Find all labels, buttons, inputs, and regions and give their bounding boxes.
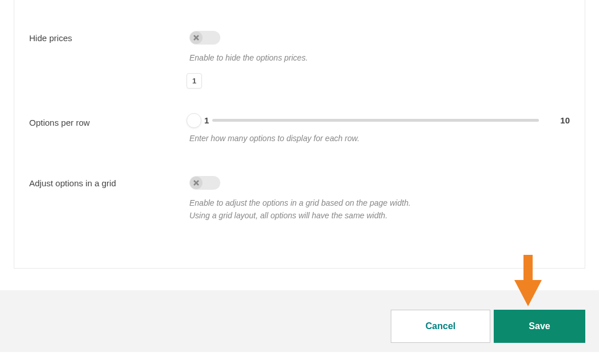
field-adjust-grid: Adjust options in a grid Enable to adjus… (29, 145, 570, 222)
toggle-thumb (190, 177, 203, 189)
adjust-grid-help-line2: Using a grid layout, all options will ha… (189, 211, 387, 220)
adjust-grid-help-line1: Enable to adjust the options in a grid b… (189, 198, 411, 207)
options-per-row-label: Options per row (29, 91, 189, 127)
adjust-grid-help: Enable to adjust the options in a grid b… (189, 197, 570, 222)
hide-prices-help: Enable to hide the options prices. (189, 51, 570, 64)
slider-handle[interactable] (187, 113, 201, 128)
hide-prices-toggle[interactable] (189, 31, 220, 45)
settings-panel: Hide prices Enable to hide the options p… (14, 0, 585, 269)
slider-track (212, 119, 539, 122)
options-per-row-help: Enter how many options to display for ea… (189, 132, 570, 145)
field-hide-prices: Hide prices Enable to hide the options p… (29, 0, 570, 64)
close-icon (193, 33, 199, 42)
slider-max: 10 (555, 115, 570, 125)
cancel-button[interactable]: Cancel (391, 310, 490, 343)
adjust-grid-toggle[interactable] (189, 176, 220, 190)
adjust-grid-label: Adjust options in a grid (29, 176, 189, 188)
close-icon (193, 178, 199, 187)
hide-prices-label: Hide prices (29, 31, 189, 43)
field-options-per-row: Options per row 1 1 10 Enter how many op… (29, 64, 570, 145)
save-button[interactable]: Save (494, 310, 585, 343)
slider-min: 1 (204, 115, 209, 125)
options-per-row-slider[interactable]: 1 (189, 115, 539, 125)
slider-tooltip: 1 (187, 73, 202, 89)
footer-bar: Cancel Save (0, 290, 599, 352)
toggle-thumb (190, 31, 203, 44)
